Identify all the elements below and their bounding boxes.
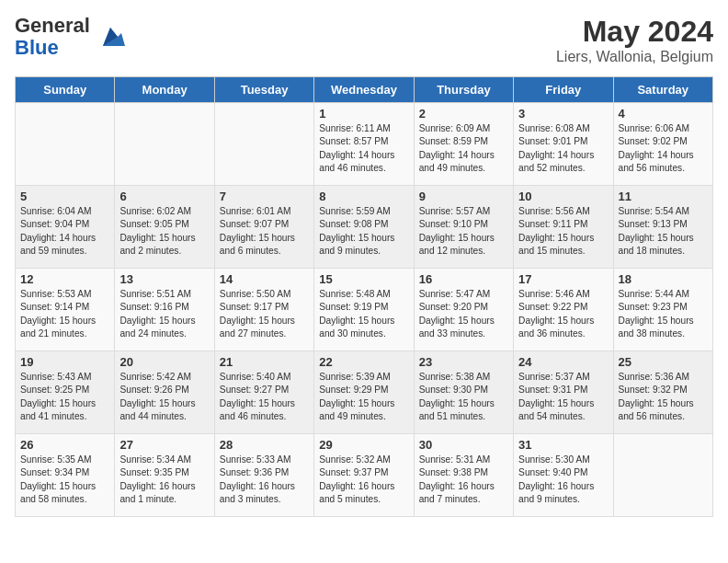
day-info: Sunrise: 5:44 AMSunset: 9:23 PMDaylight:…	[619, 289, 694, 339]
logo-icon	[94, 20, 127, 53]
calendar-cell	[214, 103, 313, 186]
day-info: Sunrise: 6:04 AMSunset: 9:04 PMDaylight:…	[20, 206, 96, 256]
day-info: Sunrise: 5:35 AMSunset: 9:34 PMDaylight:…	[20, 454, 96, 504]
week-row-1: 1Sunrise: 6:11 AMSunset: 8:57 PMDaylight…	[16, 103, 713, 186]
day-number: 9	[419, 190, 508, 203]
logo: GeneralBlue	[15, 15, 127, 59]
day-number: 5	[20, 190, 109, 203]
day-info: Sunrise: 6:09 AMSunset: 8:59 PMDaylight:…	[419, 123, 495, 173]
day-info: Sunrise: 5:42 AMSunset: 9:26 PMDaylight:…	[119, 372, 195, 421]
calendar-cell: 17Sunrise: 5:46 AMSunset: 9:22 PMDayligh…	[514, 269, 613, 351]
day-number: 14	[220, 272, 309, 286]
calendar-cell: 14Sunrise: 5:50 AMSunset: 9:17 PMDayligh…	[214, 269, 313, 351]
calendar-cell: 5Sunrise: 6:04 AMSunset: 9:04 PMDaylight…	[16, 186, 115, 269]
calendar-cell: 1Sunrise: 6:11 AMSunset: 8:57 PMDaylight…	[314, 103, 414, 186]
page-header: GeneralBlue May 2024 Liers, Wallonia, Be…	[15, 15, 713, 65]
day-info: Sunrise: 5:34 AMSunset: 9:35 PMDaylight:…	[119, 454, 195, 504]
day-info: Sunrise: 5:59 AMSunset: 9:08 PMDaylight:…	[319, 206, 394, 256]
calendar-cell: 29Sunrise: 5:32 AMSunset: 9:37 PMDayligh…	[314, 434, 414, 517]
day-number: 31	[518, 438, 608, 452]
day-info: Sunrise: 5:31 AMSunset: 9:38 PMDaylight:…	[419, 454, 495, 504]
day-number: 1	[319, 107, 408, 121]
day-number: 11	[619, 190, 708, 203]
calendar-cell: 18Sunrise: 5:44 AMSunset: 9:23 PMDayligh…	[613, 269, 712, 351]
calendar-cell: 31Sunrise: 5:30 AMSunset: 9:40 PMDayligh…	[514, 434, 613, 517]
day-info: Sunrise: 5:50 AMSunset: 9:17 PMDaylight:…	[220, 289, 295, 339]
day-info: Sunrise: 5:38 AMSunset: 9:30 PMDaylight:…	[419, 372, 495, 421]
day-number: 21	[220, 355, 309, 369]
calendar-cell: 30Sunrise: 5:31 AMSunset: 9:38 PMDayligh…	[414, 434, 513, 517]
calendar-cell: 23Sunrise: 5:38 AMSunset: 9:30 PMDayligh…	[414, 351, 513, 434]
weekday-header-saturday: Saturday	[613, 77, 712, 103]
day-number: 24	[518, 355, 608, 369]
day-number: 23	[419, 355, 508, 369]
calendar-cell: 24Sunrise: 5:37 AMSunset: 9:31 PMDayligh…	[514, 351, 613, 434]
day-info: Sunrise: 6:11 AMSunset: 8:57 PMDaylight:…	[319, 123, 394, 173]
calendar-cell: 16Sunrise: 5:47 AMSunset: 9:20 PMDayligh…	[414, 269, 513, 351]
calendar-cell: 2Sunrise: 6:09 AMSunset: 8:59 PMDaylight…	[414, 103, 513, 186]
day-number: 26	[20, 438, 109, 452]
day-info: Sunrise: 5:46 AMSunset: 9:22 PMDaylight:…	[518, 289, 594, 339]
day-number: 29	[319, 438, 408, 452]
day-number: 7	[220, 190, 309, 203]
calendar-cell: 26Sunrise: 5:35 AMSunset: 9:34 PMDayligh…	[16, 434, 115, 517]
calendar-cell: 8Sunrise: 5:59 AMSunset: 9:08 PMDaylight…	[314, 186, 414, 269]
calendar-cell: 22Sunrise: 5:39 AMSunset: 9:29 PMDayligh…	[314, 351, 414, 434]
day-info: Sunrise: 5:53 AMSunset: 9:14 PMDaylight:…	[20, 289, 96, 339]
calendar-title: May 2024	[556, 15, 713, 49]
title-block: May 2024 Liers, Wallonia, Belgium	[556, 15, 713, 65]
day-info: Sunrise: 5:43 AMSunset: 9:25 PMDaylight:…	[20, 372, 96, 421]
day-number: 16	[419, 272, 508, 286]
day-info: Sunrise: 6:01 AMSunset: 9:07 PMDaylight:…	[220, 206, 295, 256]
day-info: Sunrise: 5:32 AMSunset: 9:37 PMDaylight:…	[319, 454, 394, 504]
day-number: 28	[220, 438, 309, 452]
day-number: 6	[119, 190, 209, 203]
calendar-cell: 9Sunrise: 5:57 AMSunset: 9:10 PMDaylight…	[414, 186, 513, 269]
week-row-5: 26Sunrise: 5:35 AMSunset: 9:34 PMDayligh…	[16, 434, 713, 517]
day-info: Sunrise: 5:37 AMSunset: 9:31 PMDaylight:…	[518, 372, 594, 421]
weekday-header-tuesday: Tuesday	[214, 77, 313, 103]
day-number: 27	[119, 438, 209, 452]
day-info: Sunrise: 5:51 AMSunset: 9:16 PMDaylight:…	[119, 289, 195, 339]
day-number: 12	[20, 272, 109, 286]
day-number: 4	[619, 107, 708, 121]
calendar-cell: 4Sunrise: 6:06 AMSunset: 9:02 PMDaylight…	[613, 103, 712, 186]
calendar-cell: 19Sunrise: 5:43 AMSunset: 9:25 PMDayligh…	[16, 351, 115, 434]
day-number: 3	[518, 107, 608, 121]
calendar-cell: 6Sunrise: 6:02 AMSunset: 9:05 PMDaylight…	[115, 186, 214, 269]
day-number: 20	[119, 355, 209, 369]
day-number: 18	[619, 272, 708, 286]
day-info: Sunrise: 5:40 AMSunset: 9:27 PMDaylight:…	[220, 372, 295, 421]
day-info: Sunrise: 6:06 AMSunset: 9:02 PMDaylight:…	[619, 123, 694, 173]
day-number: 15	[319, 272, 408, 286]
day-number: 30	[419, 438, 508, 452]
calendar-subtitle: Liers, Wallonia, Belgium	[556, 49, 713, 65]
day-number: 10	[518, 190, 608, 203]
day-number: 13	[119, 272, 209, 286]
logo-text: GeneralBlue	[15, 15, 90, 59]
day-info: Sunrise: 5:33 AMSunset: 9:36 PMDaylight:…	[220, 454, 295, 504]
calendar-cell: 27Sunrise: 5:34 AMSunset: 9:35 PMDayligh…	[115, 434, 214, 517]
day-number: 25	[619, 355, 708, 369]
day-info: Sunrise: 5:30 AMSunset: 9:40 PMDaylight:…	[518, 454, 594, 504]
day-info: Sunrise: 5:47 AMSunset: 9:20 PMDaylight:…	[419, 289, 495, 339]
weekday-header-monday: Monday	[115, 77, 214, 103]
calendar-cell: 10Sunrise: 5:56 AMSunset: 9:11 PMDayligh…	[514, 186, 613, 269]
day-number: 8	[319, 190, 408, 203]
day-number: 22	[319, 355, 408, 369]
calendar-cell	[613, 434, 712, 517]
day-info: Sunrise: 5:48 AMSunset: 9:19 PMDaylight:…	[319, 289, 394, 339]
calendar-cell: 15Sunrise: 5:48 AMSunset: 9:19 PMDayligh…	[314, 269, 414, 351]
day-number: 17	[518, 272, 608, 286]
weekday-header-row: SundayMondayTuesdayWednesdayThursdayFrid…	[16, 77, 713, 103]
weekday-header-sunday: Sunday	[16, 77, 115, 103]
calendar-cell: 21Sunrise: 5:40 AMSunset: 9:27 PMDayligh…	[214, 351, 313, 434]
calendar-cell: 12Sunrise: 5:53 AMSunset: 9:14 PMDayligh…	[16, 269, 115, 351]
calendar-cell	[115, 103, 214, 186]
week-row-2: 5Sunrise: 6:04 AMSunset: 9:04 PMDaylight…	[16, 186, 713, 269]
day-info: Sunrise: 6:08 AMSunset: 9:01 PMDaylight:…	[518, 123, 594, 173]
day-number: 2	[419, 107, 508, 121]
calendar-table: SundayMondayTuesdayWednesdayThursdayFrid…	[15, 76, 713, 517]
calendar-cell: 7Sunrise: 6:01 AMSunset: 9:07 PMDaylight…	[214, 186, 313, 269]
weekday-header-friday: Friday	[514, 77, 613, 103]
